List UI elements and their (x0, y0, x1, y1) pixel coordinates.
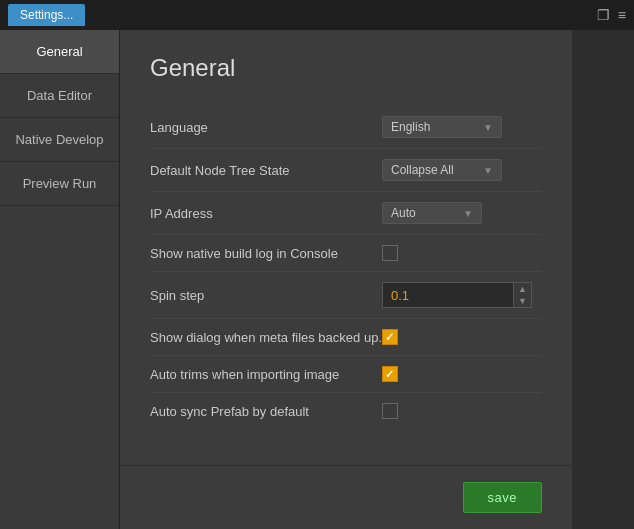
spin-up-button[interactable]: ▲ (514, 283, 531, 295)
title-controls: ❐ ≡ (597, 7, 626, 23)
node-tree-value: Collapse All (391, 163, 454, 177)
chevron-down-icon: ▼ (483, 122, 493, 133)
setting-control-auto-trims (382, 366, 542, 382)
setting-label-auto-trims: Auto trims when importing image (150, 367, 382, 382)
setting-label-node-tree: Default Node Tree State (150, 163, 382, 178)
setting-label-native-log: Show native build log in Console (150, 246, 382, 261)
settings-table: Language English ▼ Default Node Tree Sta… (150, 106, 542, 429)
restore-icon[interactable]: ❐ (597, 7, 610, 23)
sidebar: General Data Editor Native Develop Previ… (0, 30, 120, 529)
setting-control-ip: Auto ▼ (382, 202, 542, 224)
setting-label-meta-files: Show dialog when meta files backed up. (150, 330, 382, 345)
spin-down-button[interactable]: ▼ (514, 295, 531, 307)
spin-input-wrapper: ▲ ▼ (382, 282, 532, 308)
auto-sync-checkbox[interactable] (382, 403, 398, 419)
setting-control-language: English ▼ (382, 116, 542, 138)
spin-buttons: ▲ ▼ (513, 283, 531, 307)
setting-row-language: Language English ▼ (150, 106, 542, 149)
sidebar-item-data-editor[interactable]: Data Editor (0, 74, 119, 118)
node-tree-dropdown[interactable]: Collapse All ▼ (382, 159, 502, 181)
save-button-area: save (120, 465, 572, 529)
setting-row-native-log: Show native build log in Console (150, 235, 542, 272)
setting-row-meta-files: Show dialog when meta files backed up. (150, 319, 542, 356)
setting-control-spin-step: ▲ ▼ (382, 282, 542, 308)
setting-row-auto-trims: Auto trims when importing image (150, 356, 542, 393)
setting-control-native-log (382, 245, 542, 261)
spin-step-input[interactable] (383, 285, 513, 306)
setting-label-spin-step: Spin step (150, 288, 382, 303)
chevron-down-icon-2: ▼ (483, 165, 493, 176)
auto-trims-checkbox[interactable] (382, 366, 398, 382)
title-tab[interactable]: Settings... (8, 4, 85, 26)
setting-row-node-tree: Default Node Tree State Collapse All ▼ (150, 149, 542, 192)
content-area: General Language English ▼ Default Node … (120, 30, 572, 465)
setting-control-auto-sync (382, 403, 542, 419)
ip-value: Auto (391, 206, 416, 220)
chevron-down-icon-3: ▼ (463, 208, 473, 219)
setting-row-spin-step: Spin step ▲ ▼ (150, 272, 542, 319)
save-button[interactable]: save (463, 482, 542, 513)
meta-files-checkbox[interactable] (382, 329, 398, 345)
setting-control-meta-files (382, 329, 542, 345)
setting-row-ip: IP Address Auto ▼ (150, 192, 542, 235)
page-title: General (150, 54, 542, 82)
ip-dropdown[interactable]: Auto ▼ (382, 202, 482, 224)
menu-icon[interactable]: ≡ (618, 7, 626, 23)
main-container: General Data Editor Native Develop Previ… (0, 30, 634, 529)
native-log-checkbox[interactable] (382, 245, 398, 261)
setting-label-auto-sync: Auto sync Prefab by default (150, 404, 382, 419)
sidebar-item-preview-run[interactable]: Preview Run (0, 162, 119, 206)
content-wrapper: General Language English ▼ Default Node … (120, 30, 572, 529)
setting-label-ip: IP Address (150, 206, 382, 221)
sidebar-item-native-develop[interactable]: Native Develop (0, 118, 119, 162)
language-dropdown[interactable]: English ▼ (382, 116, 502, 138)
title-bar: Settings... ❐ ≡ (0, 0, 634, 30)
setting-control-node-tree: Collapse All ▼ (382, 159, 542, 181)
setting-row-auto-sync: Auto sync Prefab by default (150, 393, 542, 429)
setting-label-language: Language (150, 120, 382, 135)
language-value: English (391, 120, 430, 134)
sidebar-item-general[interactable]: General (0, 30, 119, 74)
